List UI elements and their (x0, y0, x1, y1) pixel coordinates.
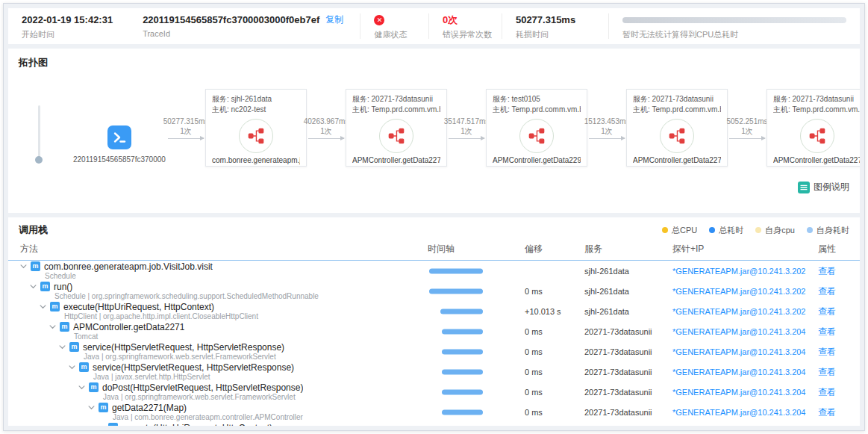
traceid-label: TraceId (143, 29, 346, 38)
health-status-label: 健康状态 (374, 29, 414, 40)
topology-section: 拓扑图 220119154565857fc3700003000f0e... (8, 49, 860, 213)
callstack-row[interactable]: m execute(HttpUriRequest, HttpContext) +… (8, 422, 860, 426)
expand-caret-icon[interactable] (78, 385, 85, 390)
callstack-row[interactable]: m doPost(HttpServletRequest, HttpServlet… (8, 382, 860, 402)
timeline-cell (428, 382, 525, 402)
timeline-cell (428, 261, 525, 281)
node-method-label: APMController.getData2291 (493, 156, 581, 164)
method-name: APMController.getData2271 (73, 322, 184, 332)
timeline-bar (429, 288, 483, 294)
column-probe-ip: 探针+IP (672, 243, 818, 255)
expand-caret-icon[interactable] (20, 264, 27, 269)
topology-edge: 40263.967ms 1次 (307, 117, 346, 139)
probe-ip-cell: *GENERATEAPM.jar@10.241.3.204 (672, 408, 818, 417)
legend-button-label: 图例说明 (814, 181, 849, 193)
topology-edge: 15123.453ms 1次 (587, 117, 626, 139)
timeline-bar (442, 409, 483, 415)
expand-caret-icon[interactable] (88, 406, 95, 410)
topology-node-card[interactable]: 服务: 20271-73datasunii 主机: Temp.prd.comm.… (346, 89, 447, 167)
method-cell: m com.bonree.generateapm.job.VisitJob.vi… (8, 261, 428, 281)
legend-dot (662, 227, 668, 233)
callstack-row[interactable]: m service(HttpServletRequest, HttpServle… (8, 362, 860, 382)
cpu-progress-bar (622, 17, 846, 23)
offset-cell: +10.013 s (525, 307, 584, 316)
trace-entry-label: 220119154565857fc3700003000f0e... (73, 155, 166, 164)
method-icon: m (50, 302, 60, 311)
method-name: service(HttpServletRequest, HttpServletR… (83, 342, 284, 353)
topology-node-card[interactable]: 服务: 20271-73datasunii 主机: Temp.prd.comm.… (766, 89, 860, 167)
trace-entry-node[interactable]: 220119154565857fc3700003000f0e... (72, 89, 166, 164)
view-attributes-link[interactable]: 查看 (818, 326, 836, 337)
expand-caret-icon[interactable] (40, 305, 46, 309)
method-cell: m APMController.getData2271 Tomcat (8, 321, 428, 341)
topology-node-card[interactable]: 服务: test0105 主机: Temp.prd.comm.vm.by.idc… (486, 89, 587, 167)
service-cell: sjhl-261data (584, 287, 672, 296)
callstack-table-header: 方法 时间轴 偏移 服务 探针+IP 属性 (8, 238, 860, 261)
copy-traceid-link[interactable]: 复制 (325, 13, 343, 26)
service-sitemap-icon (379, 119, 413, 153)
callstack-row[interactable]: m APMController.getData2271 Tomcat 0 ms … (8, 321, 860, 341)
method-icon: m (108, 423, 118, 426)
expand-caret-icon[interactable] (69, 365, 75, 370)
traceid-cell: 220119154565857fc3700003000f0eb7ef 复制 Tr… (129, 13, 360, 39)
topology-node-card[interactable]: 服务: 20271-73datasunii 主机: Temp.prd.comm.… (626, 89, 728, 167)
timeline-cell (428, 321, 525, 341)
start-time-value: 2022-01-19 15:42:31 (22, 13, 116, 26)
expand-caret-icon[interactable] (30, 285, 37, 289)
expand-caret-icon[interactable] (49, 325, 56, 329)
view-attributes-link[interactable]: 查看 (818, 266, 836, 276)
callstack-row[interactable]: m run() Schedule | org.springframework.s… (8, 281, 860, 301)
timeline-cell (428, 301, 525, 321)
method-icon: m (60, 322, 69, 332)
offset-cell: 0 ms (525, 347, 584, 356)
method-subtitle: HttpClient | org.apache.http.impl.client… (8, 312, 428, 321)
method-icon: m (69, 342, 79, 352)
legend-item-self-time: 自身耗时 (807, 225, 849, 236)
timeline-cell (428, 341, 525, 362)
probe-ip-cell: *GENERATEAPM.jar@10.241.3.204 (672, 388, 818, 397)
service-sitemap-icon (519, 119, 554, 153)
method-icon: m (79, 362, 89, 372)
timeline-bar (442, 349, 483, 354)
view-attributes-link[interactable]: 查看 (818, 347, 836, 357)
zoom-slider-handle[interactable] (35, 156, 43, 164)
view-attributes-link[interactable]: 查看 (818, 387, 836, 397)
method-icon: m (40, 282, 50, 291)
expand-caret-icon[interactable] (98, 426, 104, 427)
trace-summary-bar: 2022-01-19 15:42:31 开始时间 220119154565857… (8, 8, 860, 44)
edge-arrow-line (729, 138, 765, 139)
error-count-label: 错误异常次数 (443, 29, 488, 40)
legend-button[interactable]: 图例说明 (798, 181, 849, 193)
callstack-row[interactable]: m service(HttpServletRequest, HttpServle… (8, 341, 860, 362)
method-name: doPost(HttpServletRequest, HttpServletRe… (102, 382, 303, 393)
method-name: execute(HttpUriRequest, HttpContext) (63, 302, 214, 312)
callstack-row[interactable]: m execute(HttpUriRequest, HttpContext) H… (8, 301, 860, 321)
view-attributes-link[interactable]: 查看 (818, 286, 836, 297)
view-attributes-link[interactable]: 查看 (818, 306, 836, 317)
legend-item-total-time: 总耗时 (709, 225, 743, 236)
node-host-label: 主机: Temp.prd.comm.vm.by.idc.b... (633, 105, 721, 115)
timeline-bar (442, 369, 483, 374)
zoom-slider[interactable] (35, 105, 43, 161)
topology-node-card[interactable]: 服务: sjhl-261data 主机: nc202-test com.bonr… (205, 89, 307, 167)
method-subtitle: Java | com.bonree.generateapm.controller… (8, 413, 428, 422)
health-status-cell: ✕ 健康状态 (360, 13, 428, 39)
callstack-row[interactable]: m getData2271(Map) Java | com.bonree.gen… (8, 402, 860, 422)
edge-count-label: 1次 (180, 126, 192, 136)
expand-caret-icon[interactable] (59, 345, 66, 350)
edge-count-label: 1次 (320, 126, 332, 136)
legend-dot (807, 227, 813, 233)
trace-detail-page: 2022-01-19 15:42:31 开始时间 220119154565857… (3, 3, 865, 431)
view-attributes-link[interactable]: 查看 (818, 407, 836, 418)
callstack-row[interactable]: m com.bonree.generateapm.job.VisitJob.vi… (8, 261, 860, 281)
column-attributes: 属性 (818, 243, 860, 255)
method-subtitle: Java | javax.servlet.http.HttpServlet (8, 373, 428, 382)
node-host-label: 主机: Temp.prd.comm.vm.by.idc.b... (352, 105, 440, 115)
timeline-cell (428, 362, 525, 382)
method-cell: m execute(HttpUriRequest, HttpContext) H… (8, 301, 428, 321)
edge-count-label: 1次 (460, 126, 472, 136)
callstack-title: 调用栈 (19, 223, 48, 237)
view-attributes-link[interactable]: 查看 (818, 367, 836, 377)
edge-time-label: 35147.517ms (444, 117, 490, 126)
service-sitemap-icon (800, 119, 834, 153)
